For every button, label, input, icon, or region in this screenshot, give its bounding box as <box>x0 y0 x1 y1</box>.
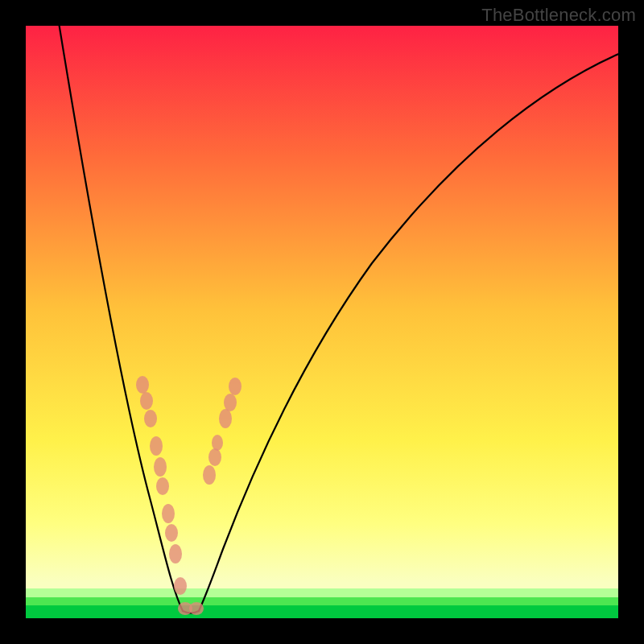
data-marker <box>189 602 204 615</box>
data-marker <box>169 544 182 564</box>
curve-right-curve <box>199 50 618 611</box>
data-marker <box>212 435 223 451</box>
data-marker <box>229 378 242 395</box>
data-marker <box>203 465 216 485</box>
data-marker <box>150 436 163 456</box>
data-marker <box>140 392 153 410</box>
curves-group <box>58 26 618 613</box>
markers-group <box>136 376 242 615</box>
curve-left-curve <box>58 26 183 611</box>
chart-frame <box>26 26 618 618</box>
watermark-text: TheBottleneck.com <box>481 5 636 26</box>
data-marker <box>208 448 221 466</box>
data-marker <box>219 409 232 428</box>
data-marker <box>154 457 167 477</box>
data-marker <box>162 504 175 523</box>
plot-svg <box>26 26 618 618</box>
data-marker <box>174 577 187 595</box>
data-marker <box>224 394 237 411</box>
data-marker <box>144 410 157 427</box>
data-marker <box>156 477 169 495</box>
data-marker <box>165 524 178 542</box>
data-marker <box>136 376 149 394</box>
